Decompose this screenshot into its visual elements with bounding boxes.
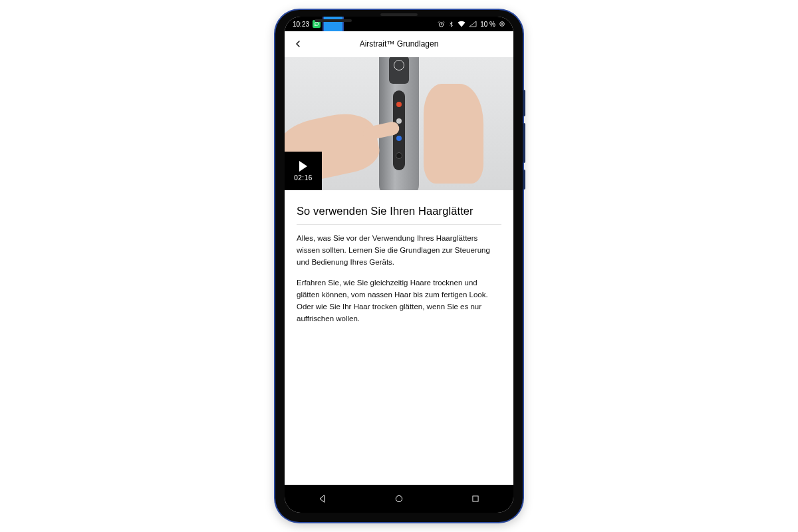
article-paragraph: Erfahren Sie, wie Sie gleichzeitig Haare…: [297, 277, 501, 325]
svg-rect-3: [473, 496, 478, 501]
app-header: Airstrait™ Grundlagen: [285, 31, 513, 57]
illustration-hand: [424, 84, 483, 184]
divider: [297, 224, 501, 225]
phone-side-button: [523, 123, 525, 163]
square-recents-icon: [471, 494, 480, 503]
play-icon: [299, 161, 307, 172]
nav-back-button[interactable]: [309, 485, 336, 512]
play-button[interactable]: 02:16: [285, 152, 322, 190]
screen: 10:23 10 %: [285, 17, 513, 513]
status-time: 10:23: [293, 21, 309, 28]
illustration-dot: [396, 102, 402, 107]
article-content: So verwenden Sie Ihren Haarglätter Alles…: [285, 190, 513, 485]
page-title: Airstrait™ Grundlagen: [360, 39, 439, 49]
illustration-dot: [396, 136, 402, 141]
svg-point-2: [396, 495, 402, 501]
video-duration: 02:16: [294, 174, 313, 182]
nav-home-button[interactable]: [386, 485, 412, 512]
android-nav-bar: [285, 485, 513, 513]
phone-side-button: [523, 170, 525, 190]
phone-frame: 10:23 10 %: [275, 10, 523, 522]
nav-recents-button[interactable]: [462, 485, 489, 512]
illustration-dot: [396, 152, 402, 159]
status-bar: 10:23 10 %: [285, 17, 513, 31]
circle-home-icon: [394, 493, 404, 504]
back-button[interactable]: [290, 36, 306, 52]
bluetooth-icon: [448, 21, 454, 28]
battery-saver-icon: [499, 21, 505, 27]
phone-app-icon: [324, 17, 342, 32]
wifi-icon: [458, 21, 466, 27]
illustration-device-display: [389, 57, 409, 84]
stage: 10:23 10 %: [0, 0, 798, 532]
battery-percent: 10 %: [480, 21, 495, 28]
triangle-back-icon: [317, 493, 328, 504]
alarm-icon: [438, 21, 445, 28]
video-thumbnail[interactable]: 02:16: [285, 57, 513, 190]
status-bar-right: 10 %: [438, 21, 505, 28]
phone-side-button: [523, 90, 525, 116]
signal-icon: [469, 21, 477, 27]
status-bar-left: 10:23: [293, 17, 342, 32]
article-heading: So verwenden Sie Ihren Haarglätter: [297, 205, 501, 217]
article-paragraph: Alles, was Sie vor der Verwendung Ihres …: [297, 233, 501, 268]
chevron-left-icon: [293, 39, 303, 49]
